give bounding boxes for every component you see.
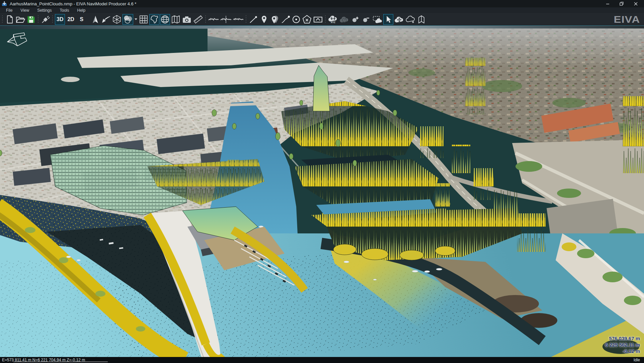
menu-file[interactable]: File [2, 7, 16, 13]
menu-settings[interactable]: Settings [33, 7, 56, 13]
overlay-easting: 576 039.67 m [605, 335, 640, 342]
circle-center-icon [292, 15, 301, 24]
globe-icon [160, 15, 170, 24]
new-document-icon [5, 15, 14, 24]
pins-double-icon [270, 15, 279, 24]
add-point-button[interactable] [350, 14, 360, 25]
save-button[interactable] [26, 14, 36, 25]
connect-button[interactable] [41, 14, 51, 25]
point-remove-icon [361, 15, 371, 24]
scene-render [0, 26, 644, 357]
window-controls [600, 0, 643, 7]
minimize-icon[interactable] [600, 0, 615, 7]
menu-tools[interactable]: Tools [56, 7, 73, 13]
cloud-gauge-button[interactable] [339, 14, 350, 25]
view-s-button[interactable]: S [77, 14, 87, 25]
profile-view-button[interactable] [208, 14, 219, 25]
blend-layers-button[interactable] [123, 14, 133, 25]
profile-wave-cursor-icon [220, 15, 232, 24]
toolbar-grip[interactable] [1, 15, 4, 23]
polygon-exclude-button[interactable] [302, 14, 312, 25]
profile-wave-multi-icon [233, 15, 244, 24]
open-file-button[interactable] [15, 14, 25, 25]
view-2d-button[interactable]: 2D [66, 14, 76, 25]
africa-continent-icon [150, 15, 159, 24]
map-button[interactable] [171, 14, 181, 25]
rect-chevron-icon [313, 15, 323, 24]
eiva-logo: EIVA [614, 15, 640, 24]
circle-select-button[interactable] [291, 14, 301, 25]
export-xyz-button[interactable]: XYZ [328, 14, 338, 25]
extent-button[interactable] [313, 14, 323, 25]
overlay-northing: 6 225 562.11 m [605, 342, 640, 348]
cloud-gauge-icon [339, 15, 349, 24]
swoosh-arrow-icon [101, 15, 111, 24]
draw-line-button[interactable] [248, 14, 258, 25]
overlay-depth: -0.12 m [605, 348, 640, 354]
select-cursor-button[interactable] [383, 14, 393, 25]
profile-wave-icon [208, 15, 219, 24]
pentagon-x-icon [302, 15, 312, 24]
toolbar-grip[interactable] [324, 15, 327, 23]
toolbar-grip[interactable] [205, 15, 207, 23]
draw-polyline-button[interactable] [280, 14, 291, 25]
app-icon [2, 1, 7, 6]
measure-button[interactable] [193, 14, 204, 25]
add-cloud-button[interactable] [405, 14, 416, 25]
fly-to-button[interactable] [101, 14, 111, 25]
cloud-lasso-icon [372, 15, 382, 24]
cloud-move-icon [394, 15, 404, 24]
chevron-down-icon[interactable] [135, 18, 137, 20]
status-state: Idle [634, 358, 640, 362]
menu-help[interactable]: Help [73, 7, 90, 13]
window-title: AarhusMarina_PointClouds.nmp - EIVA Navi… [10, 1, 600, 6]
geodesy-button[interactable] [149, 14, 159, 25]
wireframe-cube-icon [112, 15, 122, 24]
venn-circles-icon [123, 15, 133, 24]
screenshot-button[interactable] [181, 14, 192, 25]
xyz-label: XYZ [331, 21, 335, 23]
toolbar-grip[interactable] [52, 15, 54, 23]
menu-view[interactable]: View [16, 7, 33, 13]
profile-cursor-button[interactable] [220, 14, 232, 25]
toolbar-grip[interactable] [37, 15, 39, 23]
cursor-icon [384, 15, 393, 24]
coordinate-overlay: 576 039.67 m 6 225 562.11 m -0.12 m [605, 335, 640, 354]
add-markers-button[interactable] [270, 14, 280, 25]
polyline-node-icon [281, 15, 290, 24]
plug-icon [41, 15, 50, 24]
north-arrow-button[interactable] [90, 14, 100, 25]
new-document-button[interactable] [5, 14, 15, 25]
ruler-icon [193, 15, 203, 24]
status-bar: E=573 811.41 m N=6 221 704.94 m Z=-0.12 … [0, 357, 644, 363]
pages-button[interactable] [417, 14, 427, 25]
line-point-icon [249, 15, 258, 24]
pin-icon [260, 15, 268, 24]
main-toolbar: 3D 2D S [0, 13, 644, 25]
remove-point-button[interactable] [361, 14, 371, 25]
lasso-cloud-button[interactable] [372, 14, 383, 25]
book-pages-icon [417, 15, 426, 24]
viewport-3d[interactable]: 576 039.67 m 6 225 562.11 m -0.12 m [0, 25, 644, 357]
bounding-box-button[interactable] [112, 14, 122, 25]
restore-icon[interactable] [615, 0, 629, 7]
globe-view-button[interactable] [160, 14, 170, 25]
cloud-add-icon [406, 15, 416, 24]
title-bar: AarhusMarina_PointClouds.nmp - EIVA Navi… [0, 0, 644, 7]
open-folder-icon [16, 15, 25, 24]
point-add-icon [351, 15, 360, 24]
save-icon [27, 15, 35, 24]
menu-bar: File View Settings Tools Help [0, 7, 644, 13]
north-arrow-icon [91, 15, 99, 24]
grid-icon [139, 15, 148, 24]
application-window: AarhusMarina_PointClouds.nmp - EIVA Navi… [0, 0, 644, 363]
move-cloud-button[interactable] [394, 14, 405, 25]
view-3d-button[interactable]: 3D [55, 14, 65, 25]
add-marker-button[interactable] [259, 14, 269, 25]
grid-button[interactable] [139, 14, 149, 25]
progress-line [13, 362, 108, 362]
folded-map-icon [171, 15, 180, 24]
close-icon[interactable] [629, 0, 643, 7]
toolbar-grip[interactable] [245, 15, 247, 23]
profile-multi-button[interactable] [233, 14, 244, 25]
